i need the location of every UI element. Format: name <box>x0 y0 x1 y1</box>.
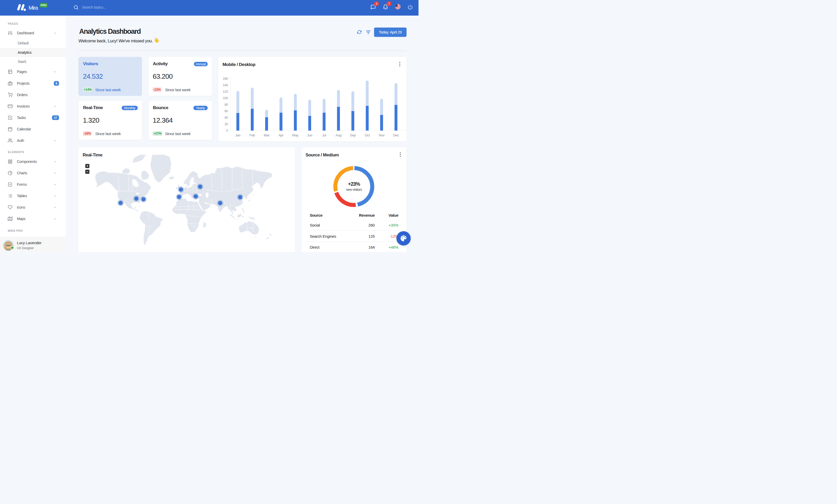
svg-text:May: May <box>292 133 298 137</box>
svg-text:160: 160 <box>223 77 228 80</box>
svg-text:Sep: Sep <box>350 133 356 137</box>
svg-text:Feb: Feb <box>250 133 255 137</box>
svg-text:140: 140 <box>223 83 228 87</box>
svg-text:60: 60 <box>225 109 228 113</box>
svg-text:Jun: Jun <box>307 133 312 137</box>
svg-text:80: 80 <box>225 103 228 107</box>
svg-text:Apr: Apr <box>279 133 284 137</box>
svg-text:Dec: Dec <box>393 133 399 137</box>
svg-text:Jul: Jul <box>322 133 326 137</box>
svg-text:Mar: Mar <box>264 133 270 137</box>
svg-text:Oct: Oct <box>365 133 370 137</box>
svg-text:100: 100 <box>223 96 228 100</box>
svg-text:120: 120 <box>223 90 228 94</box>
svg-text:20: 20 <box>225 123 228 126</box>
svg-text:Jan: Jan <box>235 133 241 137</box>
svg-text:Aug: Aug <box>336 133 341 137</box>
svg-text:Nov: Nov <box>379 133 385 137</box>
svg-text:40: 40 <box>225 116 228 119</box>
svg-text:0: 0 <box>226 129 228 132</box>
